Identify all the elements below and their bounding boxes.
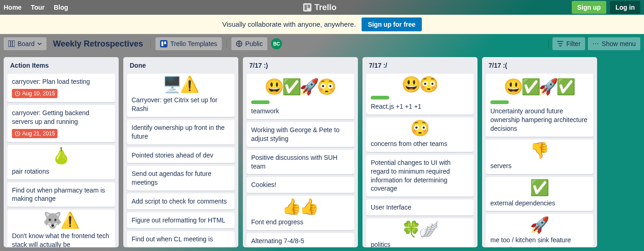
card-text: servers	[490, 162, 589, 170]
filter-button[interactable]: Filter	[552, 37, 585, 50]
card[interactable]: 😳concerns from other teams	[366, 117, 474, 152]
card-text: Alternating 7-4/8-5	[251, 237, 350, 245]
sticker-icon: 🍀	[402, 219, 421, 240]
card-stickers: 🐺⚠️	[12, 211, 110, 230]
list-title[interactable]: 7/17 :(	[486, 61, 593, 71]
filter-icon	[557, 41, 564, 47]
card[interactable]: carryover: Plan load testingAug 10, 2015	[7, 74, 115, 102]
card-text: Find out when CL meeting is	[132, 235, 230, 244]
card[interactable]: 🍀🪽politics	[366, 218, 474, 247]
sticker-icon: 🪽	[419, 219, 438, 240]
card-text: Add script to check for comments	[132, 197, 230, 206]
templates-button[interactable]: Trello Templates	[155, 37, 222, 50]
card-text: concerns from other teams	[371, 140, 469, 148]
svg-rect-6	[160, 40, 167, 47]
card[interactable]: carryover: Getting backend servers up an…	[7, 105, 115, 142]
card-text: carryover: Plan load testing	[12, 77, 110, 86]
card[interactable]: 👎servers	[486, 140, 593, 174]
sticker-icon: 😳	[410, 118, 430, 139]
card-label[interactable]	[490, 100, 509, 104]
card[interactable]: 👍👍Font end progress	[247, 196, 354, 230]
card-text: Identify ownership up front in the futur…	[132, 123, 230, 141]
card-text: external dependencies	[490, 199, 589, 208]
logo-text: Trello	[314, 3, 336, 12]
card[interactable]: 🍐pair rotations	[7, 145, 115, 180]
card[interactable]: Cookies!	[247, 177, 354, 193]
nav-blog[interactable]: Blog	[54, 4, 68, 11]
list-title[interactable]: 7/17 :)	[247, 61, 354, 71]
card[interactable]: Send out agendas for future meetings	[127, 166, 235, 191]
card[interactable]: Identify ownership up front in the futur…	[127, 120, 235, 145]
board-title[interactable]: Weekly Retrospectives	[50, 39, 146, 49]
due-date-text: Aug 21, 2015	[22, 130, 55, 137]
sticker-icon: ⚠️	[180, 74, 199, 95]
global-nav: Home Tour Blog Trello Sign up Log in	[0, 0, 644, 15]
card-stickers: 🚀	[490, 216, 589, 234]
sticker-icon: 👍	[282, 196, 301, 217]
nav-home[interactable]: Home	[4, 4, 22, 11]
due-date-badge[interactable]: Aug 10, 2015	[12, 89, 58, 98]
banner-text: Visually collaborate with anyone, anywhe…	[222, 20, 356, 28]
card-text: carryover: Getting backend servers up an…	[12, 109, 110, 126]
svg-rect-0	[303, 3, 311, 12]
card[interactable]: Working with George & Pete to adjust sty…	[247, 122, 354, 147]
list-title[interactable]: Action Items	[7, 61, 115, 71]
card-text: User Interface	[371, 203, 469, 212]
view-switch-board[interactable]: Board	[4, 37, 46, 50]
card[interactable]: 😃✅🚀😳teamwork	[247, 74, 354, 119]
card-text: Working with George & Pete to adjust sty…	[251, 126, 350, 143]
signup-free-button[interactable]: Sign up for free	[362, 18, 422, 31]
svg-rect-2	[308, 5, 310, 8]
login-button[interactable]: Log in	[610, 1, 640, 14]
card[interactable]: Alternating 7-4/8-5	[247, 233, 354, 247]
list: Action Itemscarryover: Plan load testing…	[4, 57, 119, 247]
card-text: Font end progress	[251, 218, 350, 227]
svg-rect-1	[305, 5, 307, 10]
templates-label: Trello Templates	[170, 40, 217, 47]
show-menu-button[interactable]: ⋯ Show menu	[588, 37, 640, 50]
card[interactable]: Figure out reformatting for HTML	[127, 212, 235, 228]
card[interactable]: Add script to check for comments	[127, 193, 235, 210]
globe-icon	[236, 41, 242, 47]
sticker-icon: 🚀	[530, 215, 549, 236]
card-text: pair rotations	[12, 167, 110, 176]
card[interactable]: 🐺⚠️Don't know what the frontend tech sta…	[7, 210, 115, 247]
visibility-button[interactable]: Public	[231, 37, 267, 50]
show-menu-label: Show menu	[602, 40, 636, 47]
card[interactable]: User Interface	[366, 199, 474, 216]
list-title[interactable]: 7/17 :/	[366, 61, 474, 71]
card[interactable]: Pointed stories ahead of dev	[127, 147, 235, 163]
card[interactable]: 😃✅🚀✅Uncertainty around future ownership …	[486, 74, 593, 137]
card[interactable]: Find out when pharmacy team is making ch…	[7, 182, 115, 207]
card[interactable]: 🖥️⚠️Carryover: get Citrix set up for Ras…	[127, 74, 235, 117]
list-title[interactable]: Done	[127, 61, 235, 71]
card[interactable]: ✅external dependencies	[486, 177, 593, 211]
card[interactable]: Positive discussions with SUH team	[247, 150, 354, 175]
list: 7/17 :)😃✅🚀😳teamworkWorking with George &…	[243, 57, 358, 247]
card-stickers: 👎	[490, 141, 589, 160]
card[interactable]: 😃😳React.js +1 +1 +1	[366, 74, 474, 115]
clock-icon	[15, 131, 20, 136]
card[interactable]: Potential changes to UI with regard to m…	[366, 155, 474, 197]
card-label[interactable]	[251, 100, 270, 104]
signup-button[interactable]: Sign up	[572, 1, 606, 14]
card-stickers: 😃✅🚀😳	[251, 76, 350, 99]
due-date-text: Aug 10, 2015	[22, 90, 55, 97]
card-text: me too / kitchen sink feature requests	[490, 236, 589, 247]
card-text: teamwork	[251, 107, 350, 116]
card[interactable]: 🚀me too / kitchen sink feature requests	[486, 214, 593, 247]
card-text: politics	[371, 240, 469, 247]
sticker-icon: 👎	[530, 140, 549, 161]
avatar[interactable]: BC	[271, 38, 282, 49]
card-text: Don't know what the frontend tech stack …	[12, 232, 110, 247]
card-text: Find out when pharmacy team is making ch…	[12, 186, 110, 204]
due-date-badge[interactable]: Aug 21, 2015	[12, 129, 58, 138]
sticker-icon: 😃	[504, 76, 523, 98]
logo[interactable]: Trello	[303, 3, 336, 12]
nav-tour[interactable]: Tour	[31, 4, 45, 11]
separator	[150, 40, 151, 48]
board-canvas[interactable]: Action Itemscarryover: Plan load testing…	[0, 53, 644, 251]
card-label[interactable]	[371, 96, 389, 99]
filter-label: Filter	[566, 40, 581, 47]
card[interactable]: Find out when CL meeting is	[127, 231, 235, 247]
